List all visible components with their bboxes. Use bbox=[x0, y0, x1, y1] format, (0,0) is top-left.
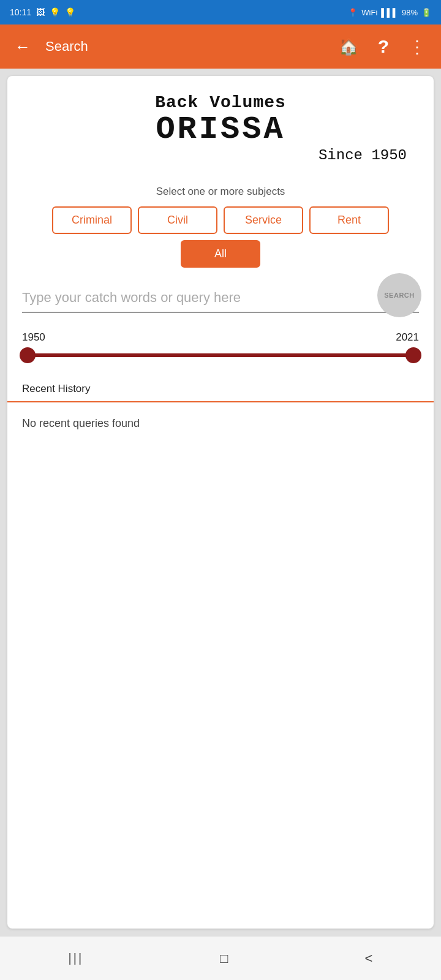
logo-orissa: ORISSA bbox=[22, 112, 419, 147]
bulb-icon-1: 💡 bbox=[50, 7, 60, 17]
page-title: Search bbox=[45, 39, 324, 55]
recent-history-label: Recent History bbox=[7, 373, 434, 402]
battery-icon: 🔋 bbox=[421, 8, 431, 17]
search-area: SEARCH bbox=[7, 277, 434, 313]
battery-percent: 98% bbox=[402, 8, 418, 17]
year-range: 1950 2021 bbox=[7, 313, 434, 373]
logo-since: Since 1950 bbox=[22, 147, 419, 164]
subject-criminal-button[interactable]: Criminal bbox=[52, 206, 132, 234]
subject-civil-button[interactable]: Civil bbox=[138, 206, 217, 234]
subject-all-button[interactable]: All bbox=[181, 240, 260, 268]
slider-fill bbox=[24, 353, 417, 357]
logo-area: Back Volumes ORISSA Since 1950 bbox=[7, 76, 434, 173]
search-button[interactable]: SEARCH bbox=[377, 273, 421, 317]
year-start: 1950 bbox=[22, 331, 45, 344]
back-button[interactable] bbox=[10, 32, 36, 61]
app-bar: Search 🏠 ? ⋮ bbox=[0, 24, 441, 69]
slider-track[interactable] bbox=[22, 353, 419, 357]
nav-recent-apps-button[interactable]: ||| bbox=[61, 944, 91, 973]
main-card: Back Volumes ORISSA Since 1950 Select on… bbox=[7, 76, 434, 929]
status-left: 10:11 🖼 💡 💡 bbox=[10, 7, 75, 17]
subject-rent-button[interactable]: Rent bbox=[309, 206, 389, 234]
status-right: 📍 WiFi ▌▌▌ 98% 🔋 bbox=[348, 8, 431, 17]
nav-home-button[interactable]: □ bbox=[213, 943, 235, 974]
status-time: 10:11 bbox=[10, 7, 31, 17]
home-button[interactable]: 🏠 bbox=[334, 32, 363, 61]
year-end: 2021 bbox=[396, 331, 419, 344]
slider-thumb-end[interactable] bbox=[405, 347, 421, 363]
overflow-menu-button[interactable]: ⋮ bbox=[404, 32, 431, 62]
subject-label: Select one or more subjects bbox=[7, 186, 434, 198]
no-queries-message: No recent queries found bbox=[7, 402, 434, 445]
bottom-nav: ||| □ < bbox=[0, 936, 441, 980]
help-button[interactable]: ? bbox=[373, 31, 394, 62]
logo-back-volumes: Back Volumes bbox=[22, 93, 419, 112]
status-bar: 10:11 🖼 💡 💡 📍 WiFi ▌▌▌ 98% 🔋 bbox=[0, 0, 441, 24]
bulb-icon-2: 💡 bbox=[65, 7, 75, 17]
search-input[interactable] bbox=[22, 284, 419, 313]
subject-service-button[interactable]: Service bbox=[224, 206, 303, 234]
location-icon: 📍 bbox=[348, 8, 358, 17]
nav-back-button[interactable]: < bbox=[358, 943, 380, 974]
subject-buttons: Criminal Civil Service Rent All bbox=[7, 206, 434, 277]
signal-icon: ▌▌▌ bbox=[381, 8, 398, 17]
gallery-icon: 🖼 bbox=[36, 7, 45, 17]
wifi-icon: WiFi bbox=[361, 8, 377, 17]
slider-thumb-start[interactable] bbox=[20, 347, 36, 363]
year-labels: 1950 2021 bbox=[22, 331, 419, 344]
